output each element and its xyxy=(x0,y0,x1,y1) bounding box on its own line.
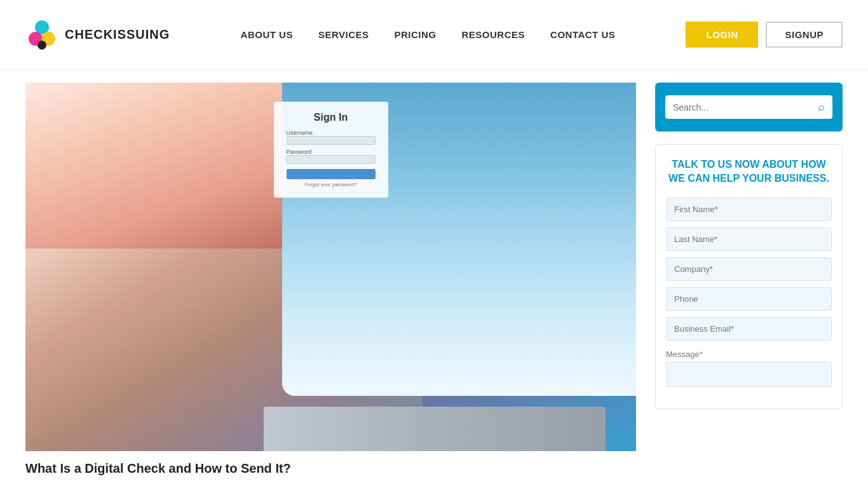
hero-image: Sign In Username Password Forgot your pa… xyxy=(25,83,636,451)
logo-icon xyxy=(25,18,58,51)
business-email-input[interactable] xyxy=(666,317,832,341)
logo-text: CHECKISSUING xyxy=(65,27,170,42)
header: CHECKISSUING ABOUT US SERVICES PRICING R… xyxy=(0,0,868,70)
main-content: Sign In Username Password Forgot your pa… xyxy=(0,70,868,488)
sidebar: ⌕ TALK TO US NOW ABOUT HOW WE CAN HELP Y… xyxy=(655,83,843,475)
login-button[interactable]: LOGIN xyxy=(686,22,758,48)
signup-button[interactable]: SIGNUP xyxy=(766,22,843,48)
nav-services[interactable]: SERVICES xyxy=(318,29,369,40)
svg-point-3 xyxy=(37,41,46,50)
first-name-input[interactable] xyxy=(666,198,832,221)
search-inner: ⌕ xyxy=(665,95,832,119)
signin-mockup: Sign In Username Password Forgot your pa… xyxy=(274,102,388,198)
form-title: TALK TO US NOW ABOUT HOW WE CAN HELP YOU… xyxy=(666,158,832,186)
nav-about-us[interactable]: ABOUT US xyxy=(241,29,293,40)
search-input[interactable] xyxy=(673,102,818,112)
main-nav: ABOUT US SERVICES PRICING RESOURCES CONT… xyxy=(241,29,616,40)
logo-area: CHECKISSUING xyxy=(25,18,170,51)
nav-resources[interactable]: RESOURCES xyxy=(462,29,526,40)
message-label: Message* xyxy=(666,349,832,359)
message-textarea[interactable] xyxy=(666,362,832,387)
search-box: ⌕ xyxy=(655,83,843,132)
header-buttons: LOGIN SIGNUP xyxy=(686,22,843,48)
search-icon[interactable]: ⌕ xyxy=(818,100,825,114)
phone-input[interactable] xyxy=(666,287,832,311)
nav-contact-us[interactable]: CONTACT US xyxy=(550,29,615,40)
contact-form-box: TALK TO US NOW ABOUT HOW WE CAN HELP YOU… xyxy=(655,144,843,409)
content-left: Sign In Username Password Forgot your pa… xyxy=(25,83,655,475)
company-input[interactable] xyxy=(666,257,832,281)
last-name-input[interactable] xyxy=(666,227,832,251)
nav-pricing[interactable]: PRICING xyxy=(395,29,437,40)
article-title: What Is a Digital Check and How to Send … xyxy=(25,461,636,476)
